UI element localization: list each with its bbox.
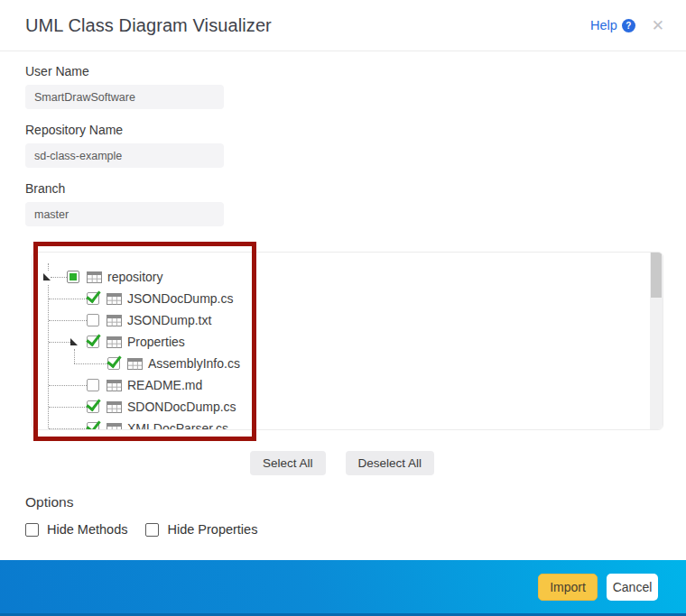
help-question-icon: ?	[622, 19, 635, 32]
tree-connector	[51, 277, 67, 278]
tree-checkbox[interactable]	[87, 400, 99, 413]
hide-methods-label: Hide Methods	[47, 522, 127, 537]
tree-node[interactable]: SDONDocDump.cs	[49, 396, 663, 418]
tree-checkbox[interactable]	[107, 357, 120, 370]
tree-checkbox[interactable]	[87, 336, 99, 348]
tree-node-label: JSONDump.txt	[127, 313, 211, 327]
tree-node-label: README.md	[127, 378, 202, 392]
tree-node[interactable]: JSONDocDump.cs	[49, 288, 663, 309]
username-field[interactable]	[25, 85, 224, 109]
tree-node-label: XMLDocParser.cs	[127, 421, 228, 430]
tree-checkbox[interactable]	[87, 292, 99, 305]
tree-node-label: AssemblyInfo.cs	[148, 356, 240, 371]
tree-connector	[49, 320, 87, 321]
deselect-all-button[interactable]: Deselect All	[346, 451, 435, 475]
help-link[interactable]: Help ?	[590, 18, 635, 32]
select-all-button[interactable]: Select All	[250, 451, 326, 475]
tree-connector	[49, 342, 70, 343]
help-link-label: Help	[590, 18, 617, 32]
tree-node-label: Properties	[127, 335, 185, 349]
tree-node[interactable]: XMLDocParser.cs	[49, 418, 663, 430]
file-tree: repositoryJSONDocDump.csJSONDump.txtProp…	[32, 253, 663, 430]
tree-node-label: repository	[107, 270, 162, 284]
tree-checkbox[interactable]	[87, 422, 99, 430]
branch-label: Branch	[25, 181, 686, 197]
tree-connector	[74, 363, 107, 364]
options-row: Hide Methods Hide Properties	[25, 522, 686, 537]
tree-expander-icon[interactable]	[43, 273, 51, 280]
tree-connector-line	[74, 349, 75, 363]
table-icon	[87, 271, 107, 283]
dialog-header: UML Class Diagram Visualizer Help ? ✕	[0, 0, 686, 51]
username-label: User Name	[25, 64, 686, 79]
options-heading: Options	[25, 494, 686, 510]
branch-field[interactable]	[25, 202, 224, 226]
tree-scrollbar[interactable]	[650, 253, 663, 429]
tree-connector	[49, 407, 87, 408]
tree-connector-line	[48, 263, 49, 271]
tree-connector-line	[48, 285, 49, 428]
repository-name-field[interactable]	[25, 143, 224, 168]
table-icon	[107, 293, 127, 305]
tree-node[interactable]: Properties	[49, 331, 663, 353]
tree-node[interactable]: repository	[43, 266, 663, 288]
tree-connector	[49, 428, 87, 429]
hide-properties-checkbox[interactable]	[145, 523, 159, 537]
table-icon	[107, 336, 127, 348]
tree-node[interactable]: AssemblyInfo.cs	[74, 353, 663, 374]
hide-properties-label: Hide Properties	[167, 522, 257, 537]
hide-methods-option[interactable]: Hide Methods	[25, 522, 127, 537]
tree-node-label: SDONDocDump.cs	[127, 400, 236, 414]
repository-name-label: Repository Name	[25, 123, 686, 138]
tree-node[interactable]: README.md	[49, 374, 663, 396]
tree-checkbox[interactable]	[87, 314, 99, 326]
tree-expander-icon[interactable]	[70, 338, 78, 345]
table-icon	[127, 358, 148, 370]
table-icon	[107, 401, 127, 413]
table-icon	[107, 380, 127, 391]
tree-actions: Select All Deselect All	[250, 451, 686, 475]
tree-checkbox[interactable]	[67, 271, 79, 283]
import-button[interactable]: Import	[538, 574, 598, 601]
dialog-footer: Import Cancel	[0, 560, 686, 616]
close-icon[interactable]: ✕	[652, 18, 664, 33]
tree-node-label: JSONDocDump.cs	[127, 291, 233, 306]
hide-properties-option[interactable]: Hide Properties	[145, 522, 257, 537]
tree-node[interactable]: JSONDump.txt	[49, 309, 663, 331]
tree-connector	[49, 299, 87, 299]
tree-connector	[49, 385, 87, 386]
hide-methods-checkbox[interactable]	[25, 523, 39, 537]
table-icon	[107, 423, 127, 431]
tree-checkbox[interactable]	[87, 379, 99, 391]
tree-scrollbar-thumb[interactable]	[651, 253, 662, 298]
page-title: UML Class Diagram Visualizer	[25, 15, 590, 36]
cancel-button[interactable]: Cancel	[607, 574, 658, 601]
file-tree-panel: repositoryJSONDocDump.csJSONDump.txtProp…	[32, 252, 663, 430]
table-icon	[107, 315, 127, 326]
